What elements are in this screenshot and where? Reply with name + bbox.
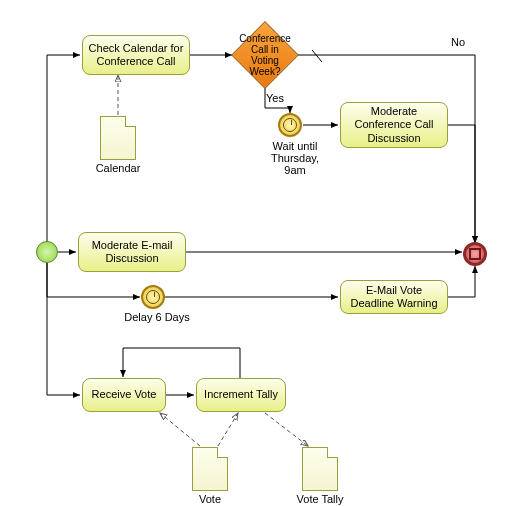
timer-label: Delay 6 Days	[122, 311, 192, 323]
timer-label: Wait until Thursday, 9am	[260, 140, 330, 176]
timer-delay-6-days	[141, 285, 165, 309]
task-label: Increment Tally	[204, 388, 278, 401]
timer-wait-thursday	[278, 113, 302, 137]
end-event	[463, 242, 487, 266]
doc-label: Vote	[185, 493, 235, 505]
doc-vote	[192, 447, 228, 491]
doc-label: Vote Tally	[290, 493, 350, 505]
task-label: E-Mail Vote Deadline Warning	[345, 284, 443, 310]
task-check-calendar: Check Calendar for Conference Call	[82, 35, 190, 75]
task-label: Receive Vote	[92, 388, 157, 401]
flow-label-yes: Yes	[260, 92, 290, 104]
task-receive-vote: Receive Vote	[82, 378, 166, 412]
flow-label-no: No	[443, 36, 473, 48]
start-event	[36, 241, 58, 263]
doc-vote-tally	[302, 447, 338, 491]
doc-calendar	[100, 116, 136, 160]
task-label: Moderate E-mail Discussion	[83, 239, 181, 265]
task-label: Check Calendar for Conference Call	[87, 42, 185, 68]
task-label: Moderate Conference Call Discussion	[345, 105, 443, 145]
doc-label: Calendar	[88, 162, 148, 174]
gateway-voting-week: Conference Call in Voting Week?	[231, 21, 299, 89]
gateway-label: Conference Call in Voting Week?	[231, 21, 299, 89]
task-moderate-call: Moderate Conference Call Discussion	[340, 102, 448, 148]
task-moderate-email: Moderate E-mail Discussion	[78, 232, 186, 272]
task-increment-tally: Increment Tally	[196, 378, 286, 412]
task-email-warning: E-Mail Vote Deadline Warning	[340, 280, 448, 314]
